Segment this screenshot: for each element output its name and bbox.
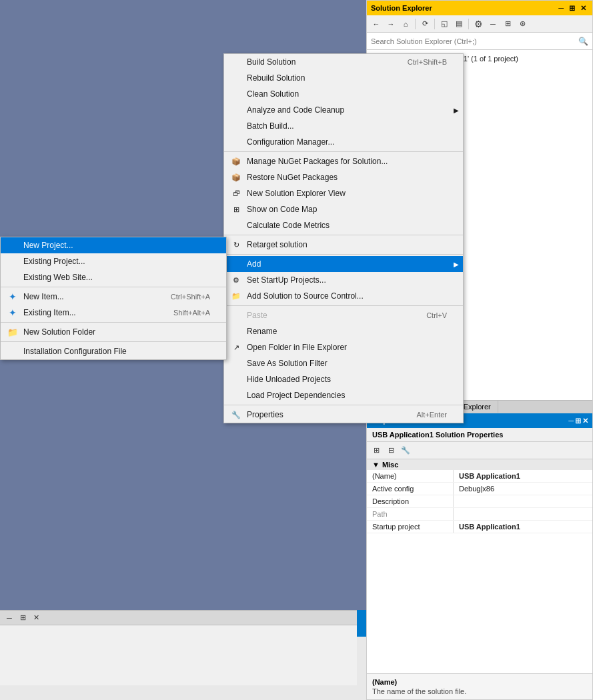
props-wrench-button[interactable]: 🔧 bbox=[399, 444, 412, 457]
search-input[interactable] bbox=[371, 37, 578, 45]
props-grid-button[interactable]: ⊞ bbox=[370, 444, 383, 457]
menu-item-existing-item[interactable]: ✦ Existing Item... Shift+Alt+A bbox=[1, 305, 226, 321]
bottom-toolbar: ─ ⊞ ✕ bbox=[0, 611, 366, 625]
props-row-name[interactable]: (Name) USB Application1 bbox=[367, 470, 592, 483]
props-value-activeconfig: Debug|x86 bbox=[454, 483, 592, 495]
props-dock-icon[interactable]: ⊞ bbox=[575, 417, 581, 425]
separator-5 bbox=[224, 405, 463, 405]
menu-item-new-solution-view[interactable]: 🗗 New Solution Explorer View bbox=[224, 185, 463, 201]
menu-item-existing-website[interactable]: Existing Web Site... bbox=[1, 269, 226, 285]
properties-button[interactable]: ⚙ bbox=[472, 17, 485, 31]
paste-icon bbox=[229, 310, 243, 321]
config-icon bbox=[229, 137, 243, 147]
forward-button[interactable]: → bbox=[384, 17, 398, 31]
config-label: Configuration Manager... bbox=[247, 137, 334, 147]
section-label: Misc bbox=[382, 461, 398, 469]
paste-label: Paste bbox=[247, 311, 267, 320]
bottom-dock-icon[interactable]: ⊞ bbox=[16, 611, 29, 625]
existing-item-label: Existing Item... bbox=[23, 308, 76, 317]
menu-item-manage-nuget[interactable]: 📦 Manage NuGet Packages for Solution... bbox=[224, 153, 463, 169]
new-item-shortcut: Ctrl+Shift+A bbox=[157, 293, 210, 301]
footer-title: (Name) bbox=[372, 678, 587, 686]
menu-item-existing-project[interactable]: Existing Project... bbox=[1, 253, 226, 269]
menu-item-build-solution[interactable]: Build Solution Ctrl+Shift+B bbox=[224, 54, 463, 70]
props-pin-icon[interactable]: ─ bbox=[568, 417, 574, 425]
menu-item-retarget[interactable]: ↻ Retarget solution bbox=[224, 237, 463, 253]
menu-item-paste[interactable]: Paste Ctrl+V bbox=[224, 307, 463, 323]
props-row-activeconfig[interactable]: Active config Debug|x86 bbox=[367, 483, 592, 495]
menu-item-set-startup[interactable]: ⚙ Set StartUp Projects... bbox=[224, 272, 463, 288]
props-close-icon[interactable]: ✕ bbox=[582, 417, 588, 425]
solution-explorer-titlebar: Solution Explorer ─ ⊞ ✕ bbox=[367, 1, 592, 15]
solution-folder-icon: 📁 bbox=[6, 327, 19, 337]
dock-icon[interactable]: ⊞ bbox=[567, 4, 577, 13]
properties-header: USB Application1 Solution Properties bbox=[367, 428, 592, 442]
collapse-button[interactable]: ◱ bbox=[438, 17, 451, 31]
hide-icon bbox=[229, 374, 243, 385]
bottom-pin-icon[interactable]: ─ bbox=[3, 611, 16, 625]
menu-item-restore-nuget[interactable]: 📦 Restore NuGet Packages bbox=[224, 169, 463, 185]
props-row-startup[interactable]: Startup project USB Application1 bbox=[367, 521, 592, 533]
properties-panel: Properties ─ ⊞ ✕ USB Application1 Soluti… bbox=[366, 413, 593, 700]
new-item-label: New Item... bbox=[23, 292, 64, 301]
separator-3 bbox=[224, 254, 463, 255]
nuget-icon-1: 📦 bbox=[229, 156, 243, 167]
menu-item-rebuild-solution[interactable]: Rebuild Solution bbox=[224, 70, 463, 86]
props-value-name: USB Application1 bbox=[454, 470, 592, 482]
menu-item-analyze-code-cleanup[interactable]: Analyze and Code Cleanup ▶ bbox=[224, 102, 463, 118]
props-row-description[interactable]: Description bbox=[367, 495, 592, 508]
menu-item-add-source-control[interactable]: 📁 Add Solution to Source Control... bbox=[224, 288, 463, 304]
bottom-bar: ─ ⊞ ✕ bbox=[0, 610, 366, 700]
menu-item-code-metrics[interactable]: Calculate Code Metrics bbox=[224, 217, 463, 233]
scrollbar-thumb[interactable] bbox=[357, 610, 366, 637]
menu-item-new-item[interactable]: ✦ New Item... Ctrl+Shift+A bbox=[1, 289, 226, 305]
vertical-scrollbar[interactable] bbox=[357, 610, 366, 700]
filter-button[interactable]: ▤ bbox=[452, 17, 466, 31]
search-icon[interactable]: 🔍 bbox=[578, 37, 588, 46]
sync-button[interactable]: ⟳ bbox=[418, 17, 432, 31]
existing-project-label: Existing Project... bbox=[23, 257, 85, 266]
retarget-icon: ↻ bbox=[229, 239, 243, 250]
close-icon[interactable]: ✕ bbox=[578, 4, 588, 13]
retarget-label: Retarget solution bbox=[247, 240, 308, 249]
menu-item-new-project[interactable]: New Project... bbox=[1, 237, 226, 253]
menu-item-load-deps[interactable]: Load Project Dependencies bbox=[224, 387, 463, 403]
new-project-label: New Project... bbox=[23, 241, 73, 250]
new-item-icon: ✦ bbox=[6, 291, 19, 302]
menu-item-properties[interactable]: 🔧 Properties Alt+Enter bbox=[224, 407, 463, 423]
batch-icon bbox=[229, 121, 243, 131]
menu-item-rename[interactable]: Rename bbox=[224, 323, 463, 339]
metrics-icon bbox=[229, 220, 243, 231]
menu-item-batch-build[interactable]: Batch Build... bbox=[224, 118, 463, 134]
props-label-activeconfig: Active config bbox=[367, 483, 454, 495]
menu-item-hide-unloaded[interactable]: Hide Unloaded Projects bbox=[224, 371, 463, 387]
expand-button[interactable]: ⊞ bbox=[501, 17, 514, 31]
menu-item-save-filter[interactable]: Save As Solution Filter bbox=[224, 355, 463, 371]
menu-item-installation-config[interactable]: Installation Configuration File bbox=[1, 343, 226, 359]
build-solution-icon bbox=[229, 57, 243, 67]
new-project-icon bbox=[6, 240, 19, 251]
source-control-label: Add Solution to Source Control... bbox=[247, 291, 364, 301]
props-sort-button[interactable]: ⊟ bbox=[384, 444, 398, 457]
menu-item-add[interactable]: Add ▶ bbox=[224, 256, 463, 272]
back-button[interactable]: ← bbox=[370, 17, 383, 31]
preview-button[interactable]: ─ bbox=[486, 17, 500, 31]
rebuild-icon bbox=[229, 73, 243, 83]
menu-item-clean-solution[interactable]: Clean Solution bbox=[224, 86, 463, 102]
home-button[interactable]: ⌂ bbox=[399, 17, 412, 31]
settings-button[interactable]: ⊛ bbox=[516, 17, 529, 31]
menu-item-show-code-map[interactable]: ⊞ Show on Code Map bbox=[224, 201, 463, 217]
batch-label: Batch Build... bbox=[247, 121, 294, 131]
analyze-label: Analyze and Code Cleanup bbox=[247, 105, 344, 115]
menu-item-config-manager[interactable]: Configuration Manager... bbox=[224, 134, 463, 150]
existing-website-icon bbox=[6, 272, 19, 283]
props-row-path[interactable]: Path bbox=[367, 508, 592, 521]
context-menu: Build Solution Ctrl+Shift+B Rebuild Solu… bbox=[223, 53, 464, 423]
props-label-startup: Startup project bbox=[367, 521, 454, 533]
add-arrow: ▶ bbox=[454, 261, 459, 268]
menu-item-new-solution-folder[interactable]: 📁 New Solution Folder bbox=[1, 324, 226, 340]
menu-item-open-folder[interactable]: ↗ Open Folder in File Explorer bbox=[224, 339, 463, 355]
bottom-close-icon[interactable]: ✕ bbox=[29, 611, 43, 625]
load-deps-icon bbox=[229, 390, 243, 401]
pin-icon[interactable]: ─ bbox=[556, 4, 566, 13]
